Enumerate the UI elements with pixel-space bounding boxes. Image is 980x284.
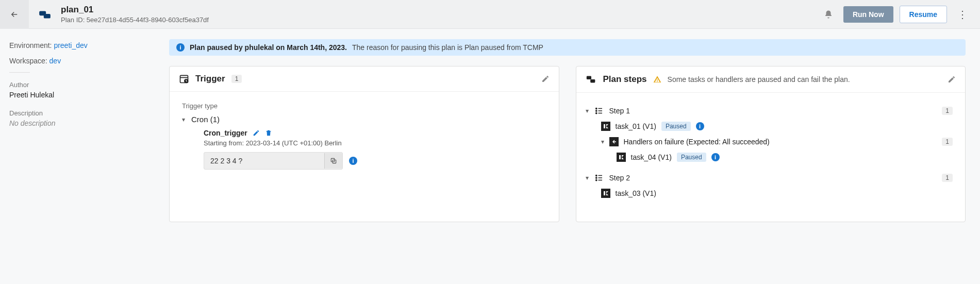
plan-steps-title: Plan steps xyxy=(603,74,647,85)
task-03-row[interactable]: task_03 (V1) xyxy=(586,186,953,201)
chevron-down-icon[interactable]: ▾ xyxy=(586,107,589,114)
banner-title: Plan paused by phulekal on March 14th, 2… xyxy=(190,43,347,52)
svg-rect-6 xyxy=(586,76,591,79)
plan-id-label: Plan ID: 5ee27d18-4d55-44f3-8940-603cf5e… xyxy=(61,16,820,24)
paused-badge: Paused xyxy=(661,122,691,131)
plan-steps-header: Plan steps Some tasks or handlers are pa… xyxy=(576,66,966,93)
svg-rect-7 xyxy=(590,79,595,82)
svg-point-13 xyxy=(595,179,596,180)
paused-banner: i Plan paused by phulekal on March 14th,… xyxy=(169,39,966,56)
back-button[interactable] xyxy=(0,0,29,29)
environment-label: Environment: xyxy=(9,41,52,49)
details-sidebar: Environment: preeti_dev Workspace: dev A… xyxy=(0,29,155,284)
edit-cron-icon[interactable] xyxy=(253,129,260,137)
svg-point-9 xyxy=(595,110,596,111)
handlers-count: 1 xyxy=(942,138,953,146)
svg-point-8 xyxy=(595,108,596,109)
task-icon xyxy=(617,153,626,162)
handler-icon xyxy=(609,137,619,146)
step-2-label: Step 2 xyxy=(609,174,630,182)
plan-steps-panel: Plan steps Some tasks or handlers are pa… xyxy=(576,66,966,222)
handlers-row[interactable]: ▾ Handlers on failure (Expected: All suc… xyxy=(586,134,953,149)
task-04-label: task_04 (V1) xyxy=(631,153,672,161)
svg-point-10 xyxy=(595,112,596,113)
task-04-info-icon[interactable]: i xyxy=(711,153,720,161)
svg-point-11 xyxy=(595,175,596,176)
cron-expression-box: 22 2 3 4 ? xyxy=(204,152,343,170)
calendar-icon xyxy=(179,74,189,84)
svg-point-12 xyxy=(595,177,596,178)
cron-group-row: ▾ Cron (1) xyxy=(182,115,546,124)
task-icon xyxy=(601,122,610,131)
task-04-row[interactable]: task_04 (V1) Paused i xyxy=(586,149,953,165)
step-2-row[interactable]: ▾ Step 2 1 xyxy=(586,170,953,186)
header-title-block: plan_01 Plan ID: 5ee27d18-4d55-44f3-8940… xyxy=(61,5,820,24)
environment-link[interactable]: preeti_dev xyxy=(54,41,87,49)
plan-steps-body: ▾ Step 1 1 task_01 (V1) Paused i xyxy=(576,93,966,222)
trigger-type-label: Trigger type xyxy=(182,102,546,110)
author-label: Author xyxy=(9,81,145,89)
app-header: plan_01 Plan ID: 5ee27d18-4d55-44f3-8940… xyxy=(0,0,980,29)
step-list-icon xyxy=(594,173,604,182)
edit-steps-icon[interactable] xyxy=(948,75,956,83)
trigger-panel: Trigger 1 Trigger type ▾ Cron (1) Cron_t… xyxy=(169,66,559,222)
trigger-panel-header: Trigger 1 xyxy=(170,66,559,92)
svg-rect-1 xyxy=(44,13,51,18)
author-value: Preeti Hulekal xyxy=(9,91,145,99)
step-1-row[interactable]: ▾ Step 1 1 xyxy=(586,103,953,119)
cron-expression: 22 2 3 4 ? xyxy=(204,153,324,169)
main-content: i Plan paused by phulekal on March 14th,… xyxy=(155,29,980,284)
resume-button[interactable]: Resume xyxy=(900,6,947,23)
handlers-label: Handlers on failure (Expected: All succe… xyxy=(624,138,770,146)
cron-name: Cron_trigger xyxy=(204,129,247,137)
trigger-panel-body: Trigger type ▾ Cron (1) Cron_trigger xyxy=(170,92,559,190)
step-list-icon xyxy=(594,106,604,115)
trigger-count-badge: 1 xyxy=(231,75,242,83)
info-icon: i xyxy=(176,43,185,52)
workspace-link[interactable]: dev xyxy=(49,57,61,65)
task-01-label: task_01 (V1) xyxy=(616,122,656,130)
cron-info-icon[interactable]: i xyxy=(349,157,357,165)
workspace-row: Workspace: dev xyxy=(9,57,145,65)
header-actions: Run Now Resume ⋮ xyxy=(820,4,972,25)
task-03-label: task_03 (V1) xyxy=(616,189,656,197)
task-01-info-icon[interactable]: i xyxy=(696,122,704,130)
page-title: plan_01 xyxy=(61,5,820,15)
banner-reason: The reason for pausing this plan is Plan… xyxy=(352,43,543,52)
description-label: Description xyxy=(9,109,145,117)
chevron-down-icon[interactable]: ▾ xyxy=(601,138,604,145)
cron-start-text: Starting from: 2023-03-14 (UTC +01:00) B… xyxy=(204,139,546,147)
copy-icon[interactable] xyxy=(324,153,342,169)
step-1-label: Step 1 xyxy=(609,107,630,115)
sidebar-divider xyxy=(9,72,30,73)
paused-badge: Paused xyxy=(677,153,706,162)
cron-item: Cron_trigger Starting from: 2023-03-14 (… xyxy=(204,129,546,170)
step-2-count: 1 xyxy=(942,174,953,182)
run-now-button[interactable]: Run Now xyxy=(843,6,893,23)
description-value: No description xyxy=(9,119,145,127)
plan-icon xyxy=(38,8,52,21)
task-01-row[interactable]: task_01 (V1) Paused i xyxy=(586,119,953,134)
cron-group-title: Cron (1) xyxy=(191,115,220,124)
warning-icon xyxy=(653,75,661,83)
notifications-icon[interactable] xyxy=(820,6,837,23)
edit-trigger-icon[interactable] xyxy=(541,75,550,83)
warning-text: Some tasks or handlers are paused and ca… xyxy=(668,75,850,83)
step-1-count: 1 xyxy=(942,107,953,115)
environment-row: Environment: preeti_dev xyxy=(9,41,145,49)
chevron-down-icon[interactable]: ▾ xyxy=(586,174,589,181)
task-icon xyxy=(601,189,610,198)
more-menu-icon[interactable]: ⋮ xyxy=(953,4,972,25)
workspace-label: Workspace: xyxy=(9,57,47,65)
trigger-title: Trigger xyxy=(195,74,225,84)
delete-cron-icon[interactable] xyxy=(265,129,272,137)
steps-icon xyxy=(586,74,597,85)
chevron-down-icon[interactable]: ▾ xyxy=(182,116,185,123)
